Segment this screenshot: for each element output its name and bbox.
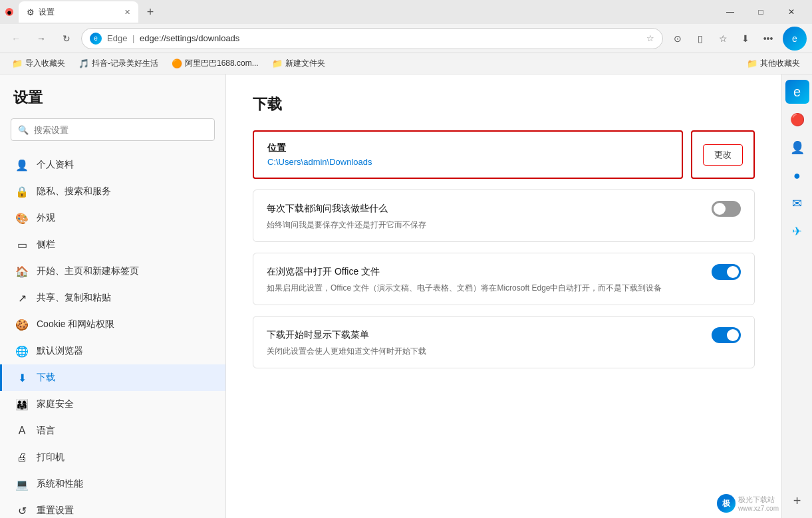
traffic-light[interactable]: ● — [5, 8, 13, 16]
import-icon: 📁 — [12, 59, 23, 68]
toggle-office-knob — [727, 266, 739, 278]
sidebar-item-cookies[interactable]: 🍪 Cookie 和网站权限 — [0, 311, 225, 338]
toggle-ask[interactable] — [712, 201, 741, 217]
minimize-button[interactable]: — — [715, 0, 745, 24]
search-input[interactable] — [34, 125, 207, 135]
back-button[interactable]: ← — [5, 28, 27, 49]
navigation-bar: ← → ↻ e Edge | edge://settings/downloads… — [0, 24, 812, 53]
sidebar-item-share[interactable]: ↗ 共享、复制和粘贴 — [0, 285, 225, 311]
sidebar-blue-icon[interactable]: ● — [785, 164, 809, 188]
tab-settings-icon: ⚙ — [27, 7, 35, 17]
active-tab[interactable]: ⚙ 设置 ✕ — [19, 1, 138, 23]
watermark-logo: 极 — [717, 494, 736, 513]
sidebar-item-system[interactable]: 💻 系统和性能 — [0, 471, 225, 497]
address-bar[interactable]: e Edge | edge://settings/downloads ☆ — [81, 28, 663, 49]
reset-icon: ↺ — [15, 504, 29, 517]
nav-right-icons: ⊙ ▯ ☆ ⬇ ••• — [667, 28, 779, 49]
window-controls-right: — □ ✕ — [715, 0, 807, 24]
sidebar-item-default-browser-label: 默认浏览器 — [37, 345, 83, 357]
bookmarks-bar: 📁 导入收藏夹 🎵 抖音-记录美好生活 🟠 阿里巴巴1688.com... 📁 … — [0, 53, 812, 74]
address-text: Edge | edge://settings/downloads — [107, 33, 641, 43]
more-button[interactable]: ••• — [757, 28, 779, 49]
setting-office-title: 在浏览器中打开 Office 文件 — [267, 266, 380, 278]
new-tab-button[interactable]: + — [141, 3, 160, 21]
search-box[interactable]: 🔍 — [11, 118, 215, 141]
bookmark-alibaba[interactable]: 🟠 阿里巴巴1688.com... — [166, 56, 264, 71]
toggle-office[interactable] — [712, 264, 741, 280]
sidebar-item-default-browser[interactable]: 🌐 默认浏览器 — [0, 338, 225, 364]
page-title: 下载 — [253, 94, 755, 114]
downloads-icon: ⬇ — [15, 371, 29, 384]
sidebar-icon: ▭ — [15, 238, 29, 251]
watermark-text: 极光下载站 www.xz7.com — [738, 495, 779, 512]
sidebar-item-sidebar-label: 侧栏 — [37, 239, 55, 251]
folder-icon: 📁 — [272, 59, 283, 68]
sidebar-item-privacy[interactable]: 🔒 隐私、搜索和服务 — [0, 178, 225, 205]
setting-office-desc: 如果启用此设置，Office 文件（演示文稿、电子表格、文档）将在Microso… — [267, 283, 732, 294]
other-bookmarks-icon: 📁 — [747, 59, 757, 68]
tab-bar: ⚙ 设置 ✕ + — [19, 0, 710, 24]
location-row: 位置 C:\Users\admin\Downloads 更改 — [253, 130, 755, 179]
sidebar-item-appearance-label: 外观 — [37, 212, 55, 224]
other-bookmarks-button[interactable]: 📁 其他收藏夹 — [742, 56, 805, 71]
sidebar-item-profile[interactable]: 👤 个人资料 — [0, 152, 225, 178]
sidebar-item-family-label: 家庭安全 — [37, 398, 74, 410]
favorites-icon[interactable]: ☆ — [712, 28, 734, 49]
tab-close-button[interactable]: ✕ — [124, 8, 130, 17]
toggle-ask-knob — [714, 203, 726, 215]
toggle-menu[interactable] — [712, 327, 741, 343]
sidebar-red-icon[interactable]: 🔴 — [785, 108, 809, 132]
settings-sidebar: 设置 🔍 👤 个人资料 🔒 隐私、搜索和服务 🎨 外观 ▭ 侧栏 🏠 开始、主页… — [0, 74, 226, 518]
bookmark-tiktok[interactable]: 🎵 抖音-记录美好生活 — [73, 56, 164, 71]
close-button[interactable]: ✕ — [776, 0, 807, 24]
bookmark-import[interactable]: 📁 导入收藏夹 — [7, 56, 70, 71]
address-separator: | — [132, 33, 134, 43]
maximize-button[interactable]: □ — [745, 0, 776, 24]
sidebar-item-print[interactable]: 🖨 打印机 — [0, 444, 225, 471]
sidebar-paper-plane-icon[interactable]: ✈ — [785, 219, 809, 243]
sidebar-item-family[interactable]: 👨‍👩‍👧 家庭安全 — [0, 391, 225, 418]
privacy-icon: 🔒 — [15, 185, 29, 198]
sidebar-item-print-label: 打印机 — [37, 452, 65, 463]
download-icon[interactable]: ⬇ — [735, 28, 756, 49]
print-icon: 🖨 — [15, 451, 29, 464]
split-view-icon[interactable]: ▯ — [690, 28, 711, 49]
sidebar-item-reset[interactable]: ↺ 重置设置 — [0, 497, 225, 518]
refresh-button[interactable]: ↻ — [56, 28, 77, 49]
sidebar-item-appearance[interactable]: 🎨 外观 — [0, 205, 225, 231]
sidebar-mail-icon[interactable]: ✉ — [785, 192, 809, 215]
sidebar-add-icon[interactable]: + — [785, 489, 809, 513]
sidebar-item-privacy-label: 隐私、搜索和服务 — [37, 186, 111, 197]
bookmark-alibaba-label: 阿里巴巴1688.com... — [185, 58, 259, 69]
toggle-menu-knob — [727, 329, 739, 341]
watermark-site-name: 极光下载站 — [738, 495, 779, 505]
bookmark-import-label: 导入收藏夹 — [25, 58, 65, 69]
change-button[interactable]: 更改 — [703, 144, 743, 166]
tiktok-icon: 🎵 — [78, 59, 89, 68]
address-path: edge://settings/downloads — [140, 33, 239, 43]
watermark-url: www.xz7.com — [738, 505, 779, 512]
edge-logo-icon[interactable]: e — [785, 80, 809, 104]
sidebar-item-language[interactable]: Α 语言 — [0, 418, 225, 444]
sidebar-item-cookies-label: Cookie 和网站权限 — [37, 319, 114, 330]
sidebar-item-sidebar[interactable]: ▭ 侧栏 — [0, 231, 225, 258]
sidebar-item-startup[interactable]: 🏠 开始、主页和新建标签页 — [0, 258, 225, 285]
setting-row-ask-header: 每次下载都询问我该做些什么 — [267, 201, 741, 217]
other-bookmarks: 📁 其他收藏夹 — [742, 56, 805, 71]
sidebar-item-downloads[interactable]: ⬇ 下载 — [0, 364, 225, 391]
setting-row-office-header: 在浏览器中打开 Office 文件 — [267, 264, 741, 280]
bookmark-new-folder[interactable]: 📁 新建文件夹 — [267, 56, 331, 71]
sidebar-user-icon[interactable]: 👤 — [785, 136, 809, 160]
star-icon[interactable]: ☆ — [646, 33, 654, 43]
edge-profile-icon[interactable]: e — [783, 27, 807, 51]
setting-menu-desc: 关闭此设置会使人更难知道文件何时开始下载 — [267, 346, 732, 357]
content-area: 下载 位置 C:\Users\admin\Downloads 更改 每次下载都询… — [226, 74, 781, 518]
setting-row-menu-header: 下载开始时显示下载菜单 — [267, 327, 741, 343]
sidebar-title: 设置 — [0, 88, 225, 118]
edge-favicon: e — [90, 33, 102, 45]
forward-button[interactable]: → — [31, 28, 52, 49]
bookmark-new-folder-label: 新建文件夹 — [285, 58, 325, 69]
collections-icon[interactable]: ⊙ — [667, 28, 688, 49]
setting-menu-title: 下载开始时显示下载菜单 — [267, 329, 369, 341]
appearance-icon: 🎨 — [15, 211, 29, 225]
